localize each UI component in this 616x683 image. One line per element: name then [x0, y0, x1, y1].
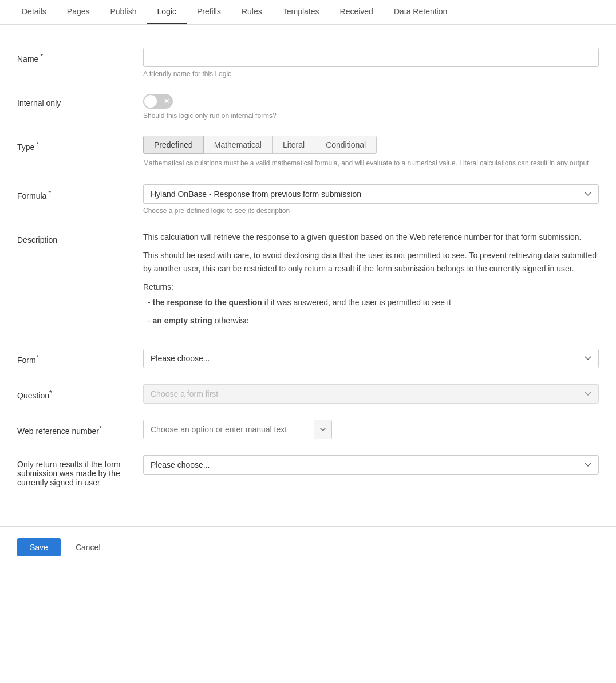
web-reference-label: Web reference number*: [17, 420, 143, 436]
type-row: Type * Predefined Mathematical Literal C…: [17, 136, 599, 168]
formula-label: Formula *: [17, 184, 143, 200]
name-hint: A friendly name for this Logic: [143, 70, 599, 78]
formula-hint: Choose a pre-defined logic to see its de…: [143, 207, 599, 215]
internal-only-label: Internal only: [17, 94, 143, 108]
name-row: Name * A friendly name for this Logic: [17, 48, 599, 78]
name-input[interactable]: [143, 48, 599, 67]
only-return-label: Only return results if the form submissi…: [17, 455, 143, 487]
form-field-control: Please choose...: [143, 349, 599, 368]
tab-data-retention[interactable]: Data Retention: [384, 0, 457, 24]
type-btn-mathematical[interactable]: Mathematical: [203, 136, 273, 154]
form-field-label: Form*: [17, 349, 143, 365]
nav-tabs: Details Pages Publish Logic Prefills Rul…: [0, 0, 616, 25]
form-field-select[interactable]: Please choose...: [143, 349, 599, 368]
web-reference-dropdown-btn[interactable]: [314, 420, 331, 439]
description-returns-item1: - the response to the question if it was…: [148, 296, 599, 309]
tab-templates[interactable]: Templates: [273, 0, 330, 24]
description-label: Description: [17, 231, 143, 244]
save-button[interactable]: Save: [17, 538, 61, 556]
type-btn-predefined[interactable]: Predefined: [143, 136, 204, 154]
question-label: Question*: [17, 384, 143, 400]
question-select[interactable]: Choose a form first: [143, 384, 599, 404]
type-btn-literal[interactable]: Literal: [272, 136, 315, 154]
tab-logic[interactable]: Logic: [147, 0, 186, 24]
type-description: Mathematical calculations must be a vali…: [143, 158, 599, 168]
internal-only-toggle[interactable]: ✕: [143, 94, 173, 109]
web-reference-control: [143, 420, 599, 439]
form-field-row: Form* Please choose...: [17, 349, 599, 368]
toggle-container: ✕: [143, 94, 599, 109]
only-return-select[interactable]: Please choose...: [143, 455, 599, 475]
formula-control: Hyland OnBase - Response from previous f…: [143, 184, 599, 215]
description-p2: This should be used with care, to avoid …: [143, 249, 599, 275]
web-reference-input[interactable]: [144, 420, 314, 439]
description-returns-item2: - an empty string otherwise: [148, 314, 599, 327]
web-reference-row: Web reference number*: [17, 420, 599, 439]
tab-pages[interactable]: Pages: [57, 0, 100, 24]
type-control: Predefined Mathematical Literal Conditio…: [143, 136, 599, 168]
tab-received[interactable]: Received: [330, 0, 384, 24]
formula-select[interactable]: Hyland OnBase - Response from previous f…: [143, 184, 599, 204]
question-control: Choose a form first: [143, 384, 599, 404]
description-row: Description This calculation will retrie…: [17, 231, 599, 333]
internal-only-row: Internal only ✕ Should this logic only r…: [17, 94, 599, 120]
type-buttons-group: Predefined Mathematical Literal Conditio…: [143, 136, 599, 154]
type-btn-conditional[interactable]: Conditional: [315, 136, 377, 154]
tab-prefills[interactable]: Prefills: [187, 0, 231, 24]
question-row: Question* Choose a form first: [17, 384, 599, 404]
name-control: A friendly name for this Logic: [143, 48, 599, 78]
description-p1: This calculation will retrieve the respo…: [143, 231, 599, 243]
description-content: This calculation will retrieve the respo…: [143, 231, 599, 333]
internal-only-control: ✕ Should this logic only run on internal…: [143, 94, 599, 120]
name-label: Name *: [17, 48, 143, 64]
tab-publish[interactable]: Publish: [100, 0, 147, 24]
only-return-row: Only return results if the form submissi…: [17, 455, 599, 487]
form-footer: Save Cancel: [0, 526, 616, 568]
type-label: Type *: [17, 136, 143, 152]
web-reference-combobox: [143, 420, 332, 439]
tab-rules[interactable]: Rules: [231, 0, 273, 24]
only-return-control: Please choose...: [143, 455, 599, 475]
description-returns-label: Returns:: [143, 281, 599, 293]
cancel-button[interactable]: Cancel: [68, 538, 109, 556]
main-content: Name * A friendly name for this Logic In…: [0, 25, 616, 526]
tab-details[interactable]: Details: [11, 0, 57, 24]
toggle-x-icon: ✕: [164, 97, 169, 105]
toggle-knob: [144, 95, 157, 108]
formula-row: Formula * Hyland OnBase - Response from …: [17, 184, 599, 215]
chevron-down-icon: [320, 428, 326, 432]
internal-only-hint: Should this logic only run on internal f…: [143, 112, 599, 120]
